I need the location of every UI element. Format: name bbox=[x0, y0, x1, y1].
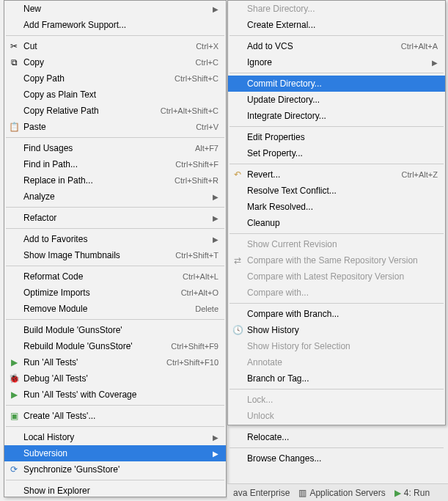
run-icon: ▶ bbox=[8, 356, 20, 368]
menu-item-compare-same: ⇄Compare with the Same Repository Versio… bbox=[228, 252, 445, 268]
menu-item-lock: Lock... bbox=[228, 392, 445, 408]
menu-item-edit-properties[interactable]: Edit Properties bbox=[228, 129, 445, 145]
menu-item-debug-all[interactable]: 🐞Debug 'All Tests' bbox=[4, 370, 226, 387]
menu-item-show-current-revision: Show Current Revision bbox=[228, 236, 445, 252]
menu-item-browse-changes[interactable]: Browse Changes... bbox=[228, 450, 445, 467]
menu-item-resolve-conflict[interactable]: Resolve Text Conflict... bbox=[228, 183, 445, 199]
menu-item-compare-latest: Compare with Latest Repository Version bbox=[228, 268, 445, 285]
menu-item-cleanup[interactable]: Cleanup bbox=[228, 215, 445, 231]
separator bbox=[229, 233, 444, 234]
menu-item-copy-plain[interactable]: Copy as Plain Text bbox=[4, 87, 226, 103]
submenu-arrow-icon: ▶ bbox=[213, 235, 219, 244]
bottom-toolbar: ava Enterprise ▥Application Servers ▶4: … bbox=[227, 483, 448, 501]
menu-item-share-directory: Share Directory... bbox=[228, 1, 445, 17]
menu-item-cut[interactable]: ✂CutCtrl+X bbox=[4, 38, 226, 54]
revert-icon: ↶ bbox=[232, 169, 243, 180]
run-icon: ▶ bbox=[394, 488, 401, 498]
debug-icon: 🐞 bbox=[8, 373, 20, 384]
separator bbox=[6, 426, 224, 427]
sync-icon: ⟳ bbox=[8, 464, 20, 475]
scissors-icon: ✂ bbox=[8, 40, 20, 52]
separator bbox=[229, 303, 444, 304]
menu-item-create-external[interactable]: Create External... bbox=[228, 17, 445, 33]
menu-item-remove-module[interactable]: Remove ModuleDelete bbox=[4, 301, 226, 317]
toolbar-run[interactable]: ▶4: Run bbox=[394, 488, 430, 498]
menu-item-add-vcs[interactable]: Add to VCSCtrl+Alt+A bbox=[228, 38, 445, 54]
separator bbox=[229, 164, 444, 164]
menu-item-set-property[interactable]: Set Property... bbox=[228, 145, 445, 161]
menu-item-reformat[interactable]: Reformat CodeCtrl+Alt+L bbox=[4, 268, 226, 285]
menu-item-new[interactable]: New▶ bbox=[4, 1, 226, 17]
separator bbox=[6, 207, 224, 208]
server-icon: ▥ bbox=[298, 488, 306, 498]
separator bbox=[229, 447, 444, 448]
separator bbox=[229, 73, 444, 73]
menu-item-unlock: Unlock bbox=[228, 408, 445, 424]
separator bbox=[6, 137, 224, 138]
menu-item-integrate-directory[interactable]: Integrate Directory... bbox=[228, 108, 445, 124]
separator bbox=[229, 35, 444, 36]
menu-item-commit-directory[interactable]: Commit Directory... bbox=[228, 76, 445, 92]
menu-item-revert[interactable]: ↶Revert...Ctrl+Alt+Z bbox=[228, 167, 445, 183]
submenu-arrow-icon: ▶ bbox=[213, 434, 219, 442]
menu-item-favorites[interactable]: Add to Favorites▶ bbox=[4, 231, 226, 247]
separator bbox=[6, 228, 224, 229]
separator bbox=[6, 35, 224, 36]
menu-item-copy[interactable]: ⧉CopyCtrl+C bbox=[4, 54, 226, 70]
menu-item-run-all[interactable]: ▶Run 'All Tests'Ctrl+Shift+F10 bbox=[4, 354, 226, 370]
toolbar-app-servers[interactable]: ▥Application Servers bbox=[298, 488, 385, 498]
menu-item-create-all[interactable]: ▣Create 'All Tests'... bbox=[4, 408, 226, 424]
menu-item-optimize[interactable]: Optimize ImportsCtrl+Alt+O bbox=[4, 285, 226, 301]
menu-item-replace-in-path[interactable]: Replace in Path...Ctrl+Shift+R bbox=[4, 172, 226, 189]
menu-item-ignore[interactable]: Ignore▶ bbox=[228, 54, 445, 70]
paste-icon: 📋 bbox=[8, 121, 20, 133]
menu-item-run-coverage[interactable]: ▶Run 'All Tests' with Coverage bbox=[4, 387, 226, 403]
compare-icon: ⇄ bbox=[232, 255, 243, 266]
toolbar-java-enterprise[interactable]: ava Enterprise bbox=[233, 488, 290, 498]
menu-item-subversion[interactable]: Subversion▶ bbox=[4, 445, 226, 461]
menu-item-compare-with-rev: Compare with... bbox=[228, 285, 445, 301]
menu-item-rebuild-module[interactable]: Rebuild Module 'GunsStore'Ctrl+Shift+F9 bbox=[4, 338, 226, 354]
menu-item-refactor[interactable]: Refactor▶ bbox=[4, 210, 226, 226]
menu-item-find-usages[interactable]: Find UsagesAlt+F7 bbox=[4, 140, 226, 156]
menu-item-add-framework[interactable]: Add Framework Support... bbox=[4, 17, 226, 33]
submenu-arrow-icon: ▶ bbox=[213, 193, 219, 201]
menu-item-relocate[interactable]: Relocate... bbox=[228, 429, 445, 445]
menu-item-compare-branch[interactable]: Compare with Branch... bbox=[228, 306, 445, 322]
menu-item-thumbnails[interactable]: Show Image ThumbnailsCtrl+Shift+T bbox=[4, 247, 226, 263]
separator bbox=[6, 405, 224, 406]
history-icon: 🕓 bbox=[232, 324, 243, 336]
menu-item-synchronize[interactable]: ⟳Synchronize 'GunsStore' bbox=[4, 461, 226, 478]
menu-item-mark-resolved[interactable]: Mark Resolved... bbox=[228, 199, 445, 215]
menu-item-show-history[interactable]: 🕓Show History bbox=[228, 322, 445, 338]
submenu-subversion: Share Directory... Create External... Ad… bbox=[227, 0, 446, 425]
menu-item-update-directory[interactable]: Update Directory... bbox=[228, 92, 445, 108]
separator bbox=[229, 389, 444, 390]
submenu-arrow-icon: ▶ bbox=[432, 59, 438, 67]
separator bbox=[229, 126, 444, 127]
menu-item-show-history-selection: Show History for Selection bbox=[228, 338, 445, 354]
menu-item-annotate: Annotate bbox=[228, 354, 445, 370]
submenu-arrow-icon: ▶ bbox=[213, 5, 219, 13]
menu-item-build-module[interactable]: Build Module 'GunsStore' bbox=[4, 322, 226, 338]
menu-item-local-history[interactable]: Local History▶ bbox=[4, 429, 226, 445]
menu-item-copy-path[interactable]: Copy PathCtrl+Shift+C bbox=[4, 70, 226, 87]
separator bbox=[6, 319, 224, 320]
separator bbox=[6, 266, 224, 266]
create-run-icon: ▣ bbox=[8, 410, 20, 422]
copy-icon: ⧉ bbox=[8, 56, 20, 68]
separator bbox=[6, 480, 224, 480]
menu-item-analyze[interactable]: Analyze▶ bbox=[4, 189, 226, 205]
menu-item-copy-relative[interactable]: Copy Relative PathCtrl+Alt+Shift+C bbox=[4, 103, 226, 119]
menu-item-find-in-path[interactable]: Find in Path...Ctrl+Shift+F bbox=[4, 156, 226, 172]
separator bbox=[229, 426, 444, 427]
coverage-icon: ▶ bbox=[8, 389, 20, 401]
context-menu-left: New▶ Add Framework Support... ✂CutCtrl+X… bbox=[4, 0, 227, 497]
menu-item-paste[interactable]: 📋PasteCtrl+V bbox=[4, 119, 226, 135]
menu-item-show-explorer[interactable]: Show in Explorer bbox=[4, 483, 226, 499]
submenu-arrow-icon: ▶ bbox=[213, 214, 219, 222]
menu-item-branch-tag[interactable]: Branch or Tag... bbox=[228, 370, 445, 387]
submenu-arrow-icon: ▶ bbox=[213, 450, 219, 458]
